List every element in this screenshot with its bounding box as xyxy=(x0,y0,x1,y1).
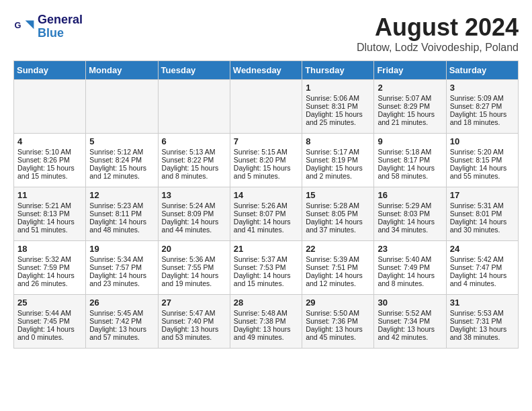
day-info-line: Sunrise: 5:34 AM xyxy=(89,255,154,263)
day-info-line: Daylight: 13 hours xyxy=(89,325,154,333)
calendar-cell: 5Sunrise: 5:12 AMSunset: 8:24 PMDaylight… xyxy=(86,134,158,187)
day-info-line: Daylight: 13 hours xyxy=(378,325,442,333)
day-info-line: Sunset: 8:05 PM xyxy=(306,210,370,218)
day-info-line: Sunrise: 5:28 AM xyxy=(306,201,370,210)
day-number: 17 xyxy=(450,190,515,200)
day-info-line: and 12 minutes. xyxy=(89,172,154,180)
day-info-line: and 4 minutes. xyxy=(450,279,515,287)
day-info-line: and 30 minutes. xyxy=(450,226,515,234)
logo-icon: G xyxy=(13,16,35,38)
calendar-cell: 3Sunrise: 5:09 AMSunset: 8:27 PMDaylight… xyxy=(446,80,518,134)
calendar-cell: 17Sunrise: 5:31 AMSunset: 8:01 PMDayligh… xyxy=(446,187,518,241)
day-info-line: Sunrise: 5:47 AM xyxy=(162,309,226,317)
day-info-line: Sunset: 7:51 PM xyxy=(306,263,370,271)
calendar-cell: 23Sunrise: 5:40 AMSunset: 7:49 PMDayligh… xyxy=(374,241,446,295)
day-number: 8 xyxy=(306,136,370,146)
day-info-line: Sunset: 7:38 PM xyxy=(234,317,298,325)
day-number: 12 xyxy=(89,190,154,200)
day-info-line: Daylight: 14 hours xyxy=(234,218,298,226)
day-info-line: Sunrise: 5:07 AM xyxy=(378,94,442,102)
calendar-cell: 14Sunrise: 5:26 AMSunset: 8:07 PMDayligh… xyxy=(230,187,302,241)
day-info-line: Sunset: 7:55 PM xyxy=(162,263,226,271)
calendar-week-row: 1Sunrise: 5:06 AMSunset: 8:31 PMDaylight… xyxy=(14,80,519,134)
svg-text:G: G xyxy=(15,19,21,30)
calendar-cell: 25Sunrise: 5:44 AMSunset: 7:45 PMDayligh… xyxy=(14,295,86,349)
day-info-line: Sunrise: 5:37 AM xyxy=(234,255,298,263)
day-number: 18 xyxy=(17,244,82,254)
day-info-line: and 57 minutes. xyxy=(89,333,154,341)
day-info-line: and 41 minutes. xyxy=(234,226,298,234)
day-number: 2 xyxy=(378,83,442,93)
calendar-cell: 9Sunrise: 5:18 AMSunset: 8:17 PMDaylight… xyxy=(374,134,446,187)
day-info-line: Daylight: 14 hours xyxy=(378,164,442,172)
title-block: August 2024 Dlutow, Lodz Voivodeship, Po… xyxy=(357,13,519,54)
day-info-line: and 25 minutes. xyxy=(306,118,370,126)
day-info-line: Sunset: 7:47 PM xyxy=(450,263,515,271)
day-info-line: and 0 minutes. xyxy=(17,333,82,341)
day-info-line: Sunset: 8:15 PM xyxy=(450,156,515,164)
day-info-line: Daylight: 15 hours xyxy=(162,164,226,172)
day-info-line: and 19 minutes. xyxy=(162,279,226,287)
day-number: 13 xyxy=(162,190,226,200)
day-info-line: and 21 minutes. xyxy=(378,118,442,126)
day-info-line: Sunset: 7:53 PM xyxy=(234,263,298,271)
weekday-header-sunday: Sunday xyxy=(14,61,86,80)
day-info-line: Sunset: 8:20 PM xyxy=(234,156,298,164)
weekday-header-row: SundayMondayTuesdayWednesdayThursdayFrid… xyxy=(14,61,519,80)
calendar-cell: 30Sunrise: 5:52 AMSunset: 7:34 PMDayligh… xyxy=(374,295,446,349)
day-info-line: Sunset: 8:29 PM xyxy=(378,102,442,110)
day-number: 6 xyxy=(162,136,226,146)
calendar-cell xyxy=(230,80,302,134)
day-number: 9 xyxy=(378,136,442,146)
weekday-header-tuesday: Tuesday xyxy=(158,61,230,80)
day-info-line: Sunset: 8:01 PM xyxy=(450,210,515,218)
calendar-cell: 24Sunrise: 5:42 AMSunset: 7:47 PMDayligh… xyxy=(446,241,518,295)
day-info-line: Daylight: 14 hours xyxy=(450,271,515,279)
day-number: 15 xyxy=(306,190,370,200)
day-info-line: Sunrise: 5:31 AM xyxy=(450,201,515,210)
day-info-line: Sunrise: 5:32 AM xyxy=(17,255,82,263)
calendar-cell: 12Sunrise: 5:23 AMSunset: 8:11 PMDayligh… xyxy=(86,187,158,241)
day-info-line: Sunrise: 5:18 AM xyxy=(378,148,442,156)
day-info-line: and 15 minutes. xyxy=(17,172,82,180)
weekday-header-saturday: Saturday xyxy=(446,61,518,80)
day-info-line: Daylight: 14 hours xyxy=(162,218,226,226)
day-info-line: Sunset: 7:57 PM xyxy=(89,263,154,271)
day-info-line: Sunset: 7:31 PM xyxy=(450,317,515,325)
calendar-cell: 1Sunrise: 5:06 AMSunset: 8:31 PMDaylight… xyxy=(302,80,374,134)
day-info-line: and 12 minutes. xyxy=(306,279,370,287)
day-number: 31 xyxy=(450,298,515,308)
day-info-line: and 8 minutes. xyxy=(162,172,226,180)
day-info-line: Sunset: 7:36 PM xyxy=(306,317,370,325)
day-info-line: Daylight: 15 hours xyxy=(306,110,370,118)
calendar-cell: 22Sunrise: 5:39 AMSunset: 7:51 PMDayligh… xyxy=(302,241,374,295)
day-number: 4 xyxy=(17,136,82,146)
calendar-cell: 10Sunrise: 5:20 AMSunset: 8:15 PMDayligh… xyxy=(446,134,518,187)
weekday-header-wednesday: Wednesday xyxy=(230,61,302,80)
calendar-cell: 7Sunrise: 5:15 AMSunset: 8:20 PMDaylight… xyxy=(230,134,302,187)
day-info-line: Sunrise: 5:23 AM xyxy=(89,201,154,210)
day-info-line: Sunrise: 5:50 AM xyxy=(306,309,370,317)
day-info-line: Sunset: 7:49 PM xyxy=(378,263,442,271)
day-number: 24 xyxy=(450,244,515,254)
day-info-line: and 38 minutes. xyxy=(450,333,515,341)
day-info-line: Sunrise: 5:10 AM xyxy=(17,148,82,156)
day-info-line: Daylight: 14 hours xyxy=(306,271,370,279)
calendar-cell: 21Sunrise: 5:37 AMSunset: 7:53 PMDayligh… xyxy=(230,241,302,295)
calendar-cell: 31Sunrise: 5:53 AMSunset: 7:31 PMDayligh… xyxy=(446,295,518,349)
day-info-line: Sunset: 8:11 PM xyxy=(89,210,154,218)
day-number: 7 xyxy=(234,136,298,146)
day-info-line: and 48 minutes. xyxy=(89,226,154,234)
day-info-line: Daylight: 13 hours xyxy=(450,325,515,333)
day-info-line: Sunrise: 5:09 AM xyxy=(450,94,515,102)
calendar-cell: 15Sunrise: 5:28 AMSunset: 8:05 PMDayligh… xyxy=(302,187,374,241)
calendar-cell: 6Sunrise: 5:13 AMSunset: 8:22 PMDaylight… xyxy=(158,134,230,187)
day-number: 27 xyxy=(162,298,226,308)
calendar-cell: 11Sunrise: 5:21 AMSunset: 8:13 PMDayligh… xyxy=(14,187,86,241)
calendar-week-row: 25Sunrise: 5:44 AMSunset: 7:45 PMDayligh… xyxy=(14,295,519,349)
day-info-line: and 34 minutes. xyxy=(378,226,442,234)
logo-text-general: General xyxy=(38,13,83,27)
day-info-line: Daylight: 14 hours xyxy=(450,218,515,226)
day-info-line: and 49 minutes. xyxy=(234,333,298,341)
day-info-line: Sunrise: 5:24 AM xyxy=(162,201,226,210)
